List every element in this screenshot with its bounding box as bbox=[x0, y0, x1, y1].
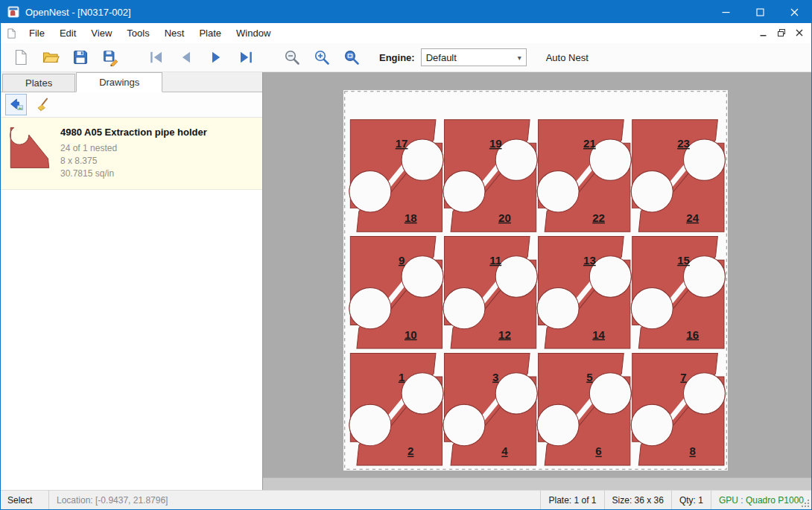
child-close-icon bbox=[795, 28, 804, 37]
part-circle-cutout bbox=[589, 373, 631, 414]
drawing-size: 8 x 8.375 bbox=[60, 155, 207, 168]
last-plate-button[interactable] bbox=[233, 45, 258, 70]
chevron-down-icon: ▾ bbox=[518, 54, 521, 62]
child-minimize-button[interactable] bbox=[755, 25, 773, 41]
open-button[interactable] bbox=[38, 45, 63, 70]
tab-plates-label: Plates bbox=[25, 77, 52, 89]
part-circle-cutout bbox=[495, 373, 537, 414]
app-window: OpenNest - [N0317-002] File Edit View To… bbox=[0, 0, 812, 510]
child-restore-button[interactable] bbox=[773, 25, 790, 41]
part-number-label: 14 bbox=[592, 328, 605, 341]
menu-item-nest[interactable]: Nest bbox=[157, 24, 192, 42]
auto-nest-button[interactable]: Auto Nest bbox=[546, 52, 589, 63]
menu-item-file[interactable]: File bbox=[22, 24, 52, 42]
part-number-label: 3 bbox=[492, 371, 498, 383]
zoom-out-icon bbox=[283, 48, 301, 66]
nest-cell[interactable]: 56 bbox=[537, 353, 631, 465]
part-thumbnail-shape bbox=[10, 127, 49, 168]
horizontal-scrollbar[interactable] bbox=[263, 477, 811, 491]
part-number-label: 18 bbox=[405, 211, 417, 224]
nest-cell[interactable]: 34 bbox=[443, 353, 537, 465]
part-number-label: 2 bbox=[407, 444, 413, 457]
zoom-in-icon bbox=[313, 48, 331, 66]
maximize-button[interactable] bbox=[743, 1, 777, 23]
nest-cell[interactable]: 1516 bbox=[631, 237, 725, 348]
part-number-label: 11 bbox=[489, 254, 501, 267]
app-icon bbox=[7, 6, 19, 18]
zoom-out-button[interactable] bbox=[279, 45, 305, 70]
nest-cell[interactable]: 12 bbox=[349, 353, 443, 465]
part-number-label: 10 bbox=[405, 328, 417, 341]
save-button[interactable] bbox=[68, 45, 93, 70]
nest-cell[interactable]: 1718 bbox=[349, 120, 443, 232]
minimize-button[interactable] bbox=[708, 1, 743, 23]
menu-item-view[interactable]: View bbox=[83, 24, 119, 42]
resize-grip[interactable] bbox=[801, 499, 810, 508]
tab-plates[interactable]: Plates bbox=[2, 74, 75, 92]
part-circle-cutout bbox=[349, 171, 391, 212]
new-document-icon bbox=[12, 48, 30, 66]
drawing-nested-count: 24 of 1 nested bbox=[60, 142, 207, 155]
drawing-list-item[interactable]: 4980 A05 Extraction pipe holder 24 of 1 … bbox=[1, 118, 262, 190]
part-circle-cutout bbox=[443, 171, 485, 212]
first-plate-button[interactable] bbox=[144, 45, 169, 70]
status-gpu: GPU : Quadro P1000 bbox=[711, 491, 811, 509]
part-number-label: 12 bbox=[498, 328, 511, 341]
save-as-button[interactable] bbox=[98, 45, 123, 70]
part-thumbnail-svg bbox=[8, 125, 51, 170]
nest-cell[interactable]: 1920 bbox=[443, 120, 537, 232]
first-arrow-icon bbox=[148, 48, 165, 66]
zoom-fit-button[interactable] bbox=[339, 45, 364, 70]
nest-cell[interactable]: 2122 bbox=[537, 120, 631, 232]
previous-plate-button[interactable] bbox=[174, 45, 199, 70]
part-circle-cutout bbox=[537, 287, 579, 328]
drawings-toolbar bbox=[1, 92, 262, 118]
menu-item-edit[interactable]: Edit bbox=[52, 24, 83, 42]
part-circle-cutout bbox=[537, 171, 579, 212]
engine-label: Engine: bbox=[379, 52, 415, 63]
new-button[interactable] bbox=[8, 45, 34, 70]
status-plate: Plate: 1 of 1 bbox=[540, 491, 603, 509]
nest-cell[interactable]: 1314 bbox=[537, 237, 631, 348]
clear-drawings-button[interactable] bbox=[31, 94, 53, 115]
zoom-fit-icon bbox=[343, 48, 361, 66]
last-arrow-icon bbox=[237, 48, 255, 66]
previous-arrow-icon bbox=[177, 48, 195, 66]
minimize-icon bbox=[722, 8, 730, 16]
child-restore-icon bbox=[777, 28, 786, 37]
import-drawing-button[interactable] bbox=[5, 94, 27, 115]
part-number-label: 9 bbox=[399, 254, 405, 267]
back-arrow-icon bbox=[8, 97, 24, 112]
part-number-label: 1 bbox=[399, 371, 405, 383]
tab-drawings[interactable]: Drawings bbox=[76, 72, 162, 92]
status-bar: Select Location: [-0.9437, 21.8796] Plat… bbox=[1, 490, 811, 509]
child-minimize-icon bbox=[759, 28, 768, 37]
tab-strip: Plates Drawings bbox=[1, 72, 262, 92]
part-number-label: 13 bbox=[583, 254, 596, 267]
menu-item-plate[interactable]: Plate bbox=[191, 24, 229, 42]
part-number-label: 23 bbox=[677, 137, 690, 150]
nest-cell[interactable]: 1112 bbox=[443, 237, 537, 348]
engine-value: Default bbox=[426, 52, 457, 63]
menu-item-tools[interactable]: Tools bbox=[119, 24, 156, 42]
broom-icon bbox=[34, 97, 50, 112]
nest-cell[interactable]: 2324 bbox=[631, 120, 725, 232]
status-qty: Qty: 1 bbox=[671, 491, 711, 509]
nest-plate-svg[interactable]: 171819202122232491011121314151612345678 bbox=[343, 90, 728, 471]
part-circle-cutout bbox=[349, 287, 391, 328]
status-location: Location: [-0.9437, 21.8796] bbox=[49, 491, 175, 509]
menu-item-window[interactable]: Window bbox=[229, 24, 278, 42]
zoom-in-button[interactable] bbox=[309, 45, 334, 70]
title-bar[interactable]: OpenNest - [N0317-002] bbox=[1, 1, 811, 23]
nest-cell[interactable]: 910 bbox=[349, 237, 443, 348]
nest-canvas[interactable]: 171819202122232491011121314151612345678 bbox=[263, 72, 811, 491]
next-plate-button[interactable] bbox=[203, 45, 229, 70]
drawing-area: 30.7815 sq/in bbox=[60, 168, 207, 180]
close-button[interactable] bbox=[777, 1, 811, 23]
part-circle-cutout bbox=[631, 404, 673, 445]
nest-cell[interactable]: 78 bbox=[631, 353, 725, 465]
child-close-button[interactable] bbox=[790, 25, 808, 41]
part-number-label: 5 bbox=[586, 371, 592, 383]
engine-select[interactable]: Default ▾ bbox=[421, 48, 527, 66]
part-number-label: 4 bbox=[501, 444, 508, 457]
